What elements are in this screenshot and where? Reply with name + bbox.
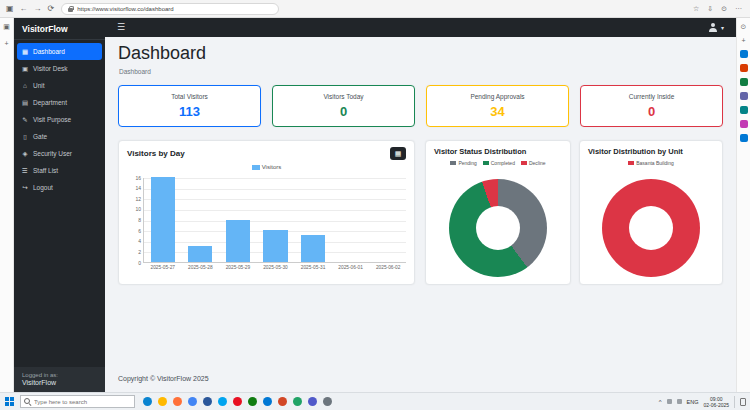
notification-icon[interactable]	[740, 398, 746, 406]
calendar-icon: ▦	[395, 150, 402, 157]
sidebar-item-security-user[interactable]: ◈ Security User	[14, 145, 105, 162]
forward-icon[interactable]: →	[34, 0, 42, 18]
sidebar-item-visit-purpose[interactable]: ✎ Visit Purpose	[14, 111, 105, 128]
sidebar-item-label: Department	[33, 99, 67, 106]
sidebar-item-department[interactable]: ▤ Department	[14, 94, 105, 111]
taskbar-app-icon[interactable]	[233, 397, 242, 406]
unit-icon: ⌂	[21, 82, 29, 89]
legend-item[interactable]: Decline	[521, 160, 546, 166]
taskbar-app-icon[interactable]	[158, 397, 167, 406]
profile-icon[interactable]: ⊙	[721, 0, 727, 18]
y-axis-tick: 12	[135, 197, 141, 202]
staff-list-icon: ☰	[21, 167, 29, 175]
copyright-footer: Copyright © VisitorFlow 2025	[118, 375, 209, 382]
sidebar-item-label: Gate	[33, 133, 47, 140]
legend-swatch	[483, 161, 489, 165]
unit-donut-chart[interactable]	[602, 179, 700, 277]
new-tab-icon[interactable]: +	[4, 40, 8, 47]
tab-icon[interactable]: ▣	[6, 0, 14, 18]
taskbar-search-input[interactable]	[34, 399, 124, 405]
y-axis-tick: 4	[138, 239, 141, 244]
taskbar-app-icon[interactable]	[188, 397, 197, 406]
y-axis-tick: 2	[138, 250, 141, 255]
sidebar-item-gate[interactable]: ▯ Gate	[14, 128, 105, 145]
taskbar-app-icon[interactable]	[218, 397, 227, 406]
edge-sidebar-app-icon[interactable]	[740, 120, 748, 128]
edge-sidebar-app-icon[interactable]	[740, 64, 748, 72]
page-title: Dashboard	[118, 43, 206, 64]
tray-status-icon[interactable]	[667, 399, 672, 404]
x-axis-tick: 2025-05-29	[219, 265, 257, 270]
edge-sidebar-app-icon[interactable]	[740, 50, 748, 58]
taskbar-app-icon[interactable]	[323, 397, 332, 406]
brand-logo[interactable]: VisitorFlow	[14, 18, 105, 40]
donut-hole	[476, 206, 520, 250]
stat-value: 0	[581, 104, 722, 119]
windows-taskbar: ^ ENG 09:00 02-06-2025	[0, 392, 750, 410]
date-filter-button[interactable]: ▦	[390, 147, 406, 160]
taskbar-app-icon[interactable]	[278, 397, 287, 406]
gridline	[144, 199, 406, 200]
legend-item[interactable]: Visitors	[252, 164, 282, 170]
sidebar-plus-icon[interactable]: +	[741, 37, 745, 44]
y-axis-tick: 6	[138, 229, 141, 234]
chart-title: Visitors by Day	[127, 149, 185, 158]
tray-language[interactable]: ENG	[687, 399, 699, 405]
tray-chevron-icon[interactable]: ^	[659, 399, 662, 405]
y-axis-tick: 16	[135, 176, 141, 181]
bar-2025-05-29[interactable]	[226, 220, 250, 263]
sidebar-search-icon[interactable]: ⊙	[741, 23, 747, 31]
vertical-tabs-icon[interactable]: ▣	[3, 23, 10, 31]
browser-left-strip: ▣ +	[0, 18, 14, 392]
sidebar-item-label: Security User	[33, 150, 72, 157]
tray-clock[interactable]: 09:00 02-06-2025	[703, 396, 729, 408]
hamburger-icon[interactable]: ☰	[117, 18, 125, 37]
logged-in-user: VisitorFlow	[22, 379, 97, 387]
system-tray: ^ ENG 09:00 02-06-2025	[659, 396, 746, 408]
refresh-icon[interactable]: ⟳	[48, 0, 55, 18]
taskbar-app-icon[interactable]	[143, 397, 152, 406]
taskbar-app-icon[interactable]	[293, 397, 302, 406]
bar-2025-05-28[interactable]	[188, 246, 212, 262]
sidebar-item-dashboard[interactable]: ▦ Dashboard	[17, 43, 102, 60]
downloads-icon[interactable]: ⇩	[707, 0, 713, 18]
browser-menu-icon[interactable]: ⋯	[735, 0, 742, 18]
legend-swatch	[521, 161, 527, 165]
taskbar-app-icon[interactable]	[173, 397, 182, 406]
address-bar[interactable]: https://www.visitorflow.co/dashboard	[61, 3, 279, 15]
favorites-icon[interactable]: ☆	[693, 0, 699, 18]
legend-item[interactable]: Completed	[483, 160, 515, 166]
stats-row: Total Visitors 113 Visitors Today 0 Pend…	[118, 85, 723, 127]
taskbar-app-icon[interactable]	[308, 397, 317, 406]
sidebar-item-visitor-desk[interactable]: ▣ Visitor Desk	[14, 60, 105, 77]
edge-sidebar-app-icon[interactable]	[740, 92, 748, 100]
taskbar-app-icon[interactable]	[203, 397, 212, 406]
tray-status-icon[interactable]	[677, 399, 682, 404]
start-button[interactable]	[5, 397, 14, 406]
breadcrumb[interactable]: Dashboard	[119, 68, 151, 75]
legend-item[interactable]: Pending	[450, 160, 476, 166]
user-menu[interactable]: ▾	[709, 23, 724, 32]
back-icon[interactable]: ←	[20, 0, 28, 18]
sidebar-item-logout[interactable]: ↪ Logout	[14, 179, 105, 196]
bar-2025-05-30[interactable]	[263, 230, 287, 262]
legend-item[interactable]: Basanta Building	[628, 160, 674, 166]
edge-sidebar-app-icon[interactable]	[740, 106, 748, 114]
sidebar-item-staff-list[interactable]: ☰ Staff List	[14, 162, 105, 179]
taskbar-search[interactable]	[20, 395, 135, 408]
status-donut-chart[interactable]	[449, 179, 547, 277]
sidebar-item-label: Visitor Desk	[33, 65, 68, 72]
legend-label: Pending	[458, 160, 476, 166]
lock-icon	[68, 6, 73, 12]
bar-2025-05-31[interactable]	[301, 235, 325, 262]
search-icon	[24, 398, 31, 405]
bar-2025-05-27[interactable]	[151, 177, 175, 262]
edge-sidebar-app-icon[interactable]	[740, 134, 748, 142]
taskbar-app-icon[interactable]	[248, 397, 257, 406]
chevron-down-icon: ▾	[721, 24, 724, 31]
stat-label: Pending Approvals	[427, 93, 568, 100]
gate-icon: ▯	[21, 133, 29, 141]
sidebar-item-unit[interactable]: ⌂ Unit	[14, 77, 105, 94]
edge-sidebar-app-icon[interactable]	[740, 78, 748, 86]
taskbar-app-icon[interactable]	[263, 397, 272, 406]
